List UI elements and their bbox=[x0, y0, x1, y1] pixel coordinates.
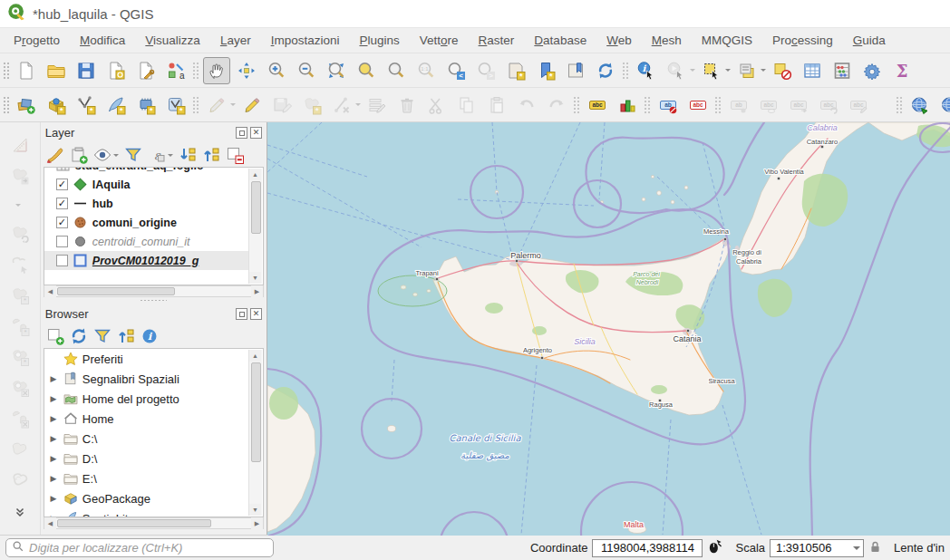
layer-tree-hscroll-thumb[interactable] bbox=[57, 287, 175, 295]
menu-impostazioni[interactable]: Impostazioni bbox=[261, 30, 350, 51]
zoom-in-button[interactable] bbox=[263, 57, 290, 84]
label-settings-blue-button[interactable]: ab bbox=[654, 92, 682, 119]
deselect-all-button[interactable] bbox=[769, 57, 796, 84]
layer-properties-button[interactable]: i bbox=[139, 325, 160, 347]
select-features-dropdown[interactable] bbox=[723, 57, 732, 84]
layer-item-comuni_origine[interactable]: ✓comuni_origine bbox=[44, 213, 248, 232]
menu-visualizza[interactable]: Visualizza bbox=[135, 30, 210, 51]
collapse-all-button[interactable] bbox=[200, 144, 222, 166]
layer-item-hub[interactable]: ✓hub bbox=[44, 194, 248, 213]
layer-labeling-options-button[interactable]: abc bbox=[584, 92, 611, 119]
expand-all-button[interactable] bbox=[177, 144, 199, 166]
filter-by-expression-dropdown[interactable] bbox=[167, 141, 175, 169]
locator-search-input[interactable]: Digita per localizzare (Ctrl+K) bbox=[5, 538, 274, 557]
layer-diagram-options-button[interactable] bbox=[614, 92, 641, 119]
browser-panel-float-button[interactable] bbox=[236, 308, 247, 320]
map-canvas[interactable]: CalabriaCatanzaroVibo ValentiaMessinaReg… bbox=[267, 122, 950, 535]
layer-item-lAquila[interactable]: ✓lAquila bbox=[44, 175, 248, 194]
browser-item-segnalibrispaziali[interactable]: ▶Segnalibri Spaziali bbox=[44, 369, 248, 389]
menu-guida[interactable]: Guida bbox=[843, 30, 896, 51]
show-spatial-bookmarks-button[interactable]: * bbox=[532, 57, 559, 84]
menu-mesh[interactable]: Mesh bbox=[642, 30, 692, 51]
filter-by-expression-button[interactable]: ε bbox=[146, 144, 168, 166]
add-selected-layers-button[interactable] bbox=[44, 325, 66, 347]
toggle-extents-icon[interactable] bbox=[707, 538, 723, 557]
style-manager-button[interactable]: a bbox=[162, 57, 189, 84]
menu-database[interactable]: Database bbox=[524, 30, 596, 51]
browser-tree-hscrollbar[interactable]: ◀ ▶ bbox=[44, 517, 264, 529]
browser-item-d[interactable]: ▶D:\ bbox=[44, 449, 248, 468]
scroll-down-icon[interactable]: ▼ bbox=[249, 272, 261, 284]
layout-manager-button[interactable] bbox=[132, 57, 160, 84]
zoom-last-button[interactable]: < bbox=[442, 57, 470, 84]
new-spatialite-layer-button[interactable]: * bbox=[102, 92, 130, 119]
statistical-summary-button[interactable]: Σ bbox=[888, 57, 916, 84]
bookmark-manager-button[interactable] bbox=[562, 57, 589, 84]
identify-features-button[interactable]: i bbox=[633, 57, 660, 84]
browser-item-home[interactable]: ▶Home bbox=[44, 409, 248, 429]
browser-item-spatialite[interactable]: ▶SpatiaLite bbox=[44, 508, 248, 517]
toolbar-grip[interactable] bbox=[2, 95, 9, 115]
layer-tree-vscroll-thumb[interactable] bbox=[251, 181, 261, 234]
layer-checkbox[interactable]: ✓ bbox=[56, 179, 68, 190]
scroll-up-icon[interactable]: ▲ bbox=[249, 169, 261, 180]
menu-mmqgis[interactable]: MMQGIS bbox=[692, 30, 762, 51]
scroll-up-icon[interactable]: ▲ bbox=[249, 350, 261, 362]
project-open-button[interactable] bbox=[43, 57, 70, 84]
toggle-editing-button[interactable] bbox=[238, 92, 266, 119]
layer-item-centroidi_comuni_it[interactable]: centroidi_comuni_it bbox=[44, 232, 248, 251]
menu-plugins[interactable]: Plugins bbox=[349, 30, 409, 51]
remove-layer-button[interactable] bbox=[224, 144, 246, 166]
scale-combobox[interactable]: 1:3910506 bbox=[770, 539, 864, 557]
new-print-layout-button[interactable] bbox=[102, 57, 130, 84]
filter-browser-button[interactable] bbox=[92, 325, 113, 347]
menu-vettore[interactable]: Vettore bbox=[410, 30, 469, 51]
pan-to-selection-button[interactable] bbox=[233, 57, 260, 84]
new-virtual-layer-button[interactable]: * bbox=[132, 92, 160, 119]
refresh-map-button[interactable] bbox=[592, 57, 619, 84]
menu-raster[interactable]: Raster bbox=[469, 30, 525, 51]
open-attribute-table-button[interactable] bbox=[799, 57, 826, 84]
expander-icon[interactable]: ▶ bbox=[48, 414, 59, 423]
layer-checkbox[interactable]: ✓ bbox=[56, 217, 68, 228]
zoom-out-button[interactable] bbox=[293, 57, 320, 84]
layer-item-stud_entranti_aq_foglio[interactable]: stud_entranti_aq_foglio bbox=[44, 168, 248, 175]
select-features-button[interactable] bbox=[698, 57, 725, 84]
browser-item-e[interactable]: ▶E:\ bbox=[44, 468, 248, 488]
scroll-left-icon[interactable]: ◀ bbox=[44, 285, 56, 297]
layer-item-ProvCM01012019_g[interactable]: ProvCM01012019_g bbox=[44, 251, 248, 270]
scroll-left-icon[interactable]: ◀ bbox=[44, 517, 56, 529]
layer-panel-float-button[interactable] bbox=[236, 127, 247, 139]
scroll-right-icon[interactable]: ▶ bbox=[251, 285, 263, 297]
metasearch-button[interactable] bbox=[906, 92, 933, 119]
layer-checkbox[interactable]: ✓ bbox=[56, 198, 68, 209]
scroll-right-icon[interactable]: ▶ bbox=[251, 517, 263, 529]
zoom-to-selection-button[interactable] bbox=[353, 57, 380, 84]
manage-map-themes-button[interactable] bbox=[92, 144, 113, 166]
new-shapefile-layer-button[interactable]: * bbox=[73, 92, 100, 119]
browser-tree-hscroll-thumb[interactable] bbox=[57, 519, 211, 527]
menu-layer[interactable]: Layer bbox=[210, 30, 261, 51]
expander-icon[interactable]: ▶ bbox=[48, 454, 59, 463]
browser-tree-vscroll-thumb[interactable] bbox=[251, 362, 261, 462]
expander-icon[interactable]: ▶ bbox=[48, 474, 59, 483]
expander-icon[interactable]: ▶ bbox=[48, 394, 59, 403]
browser-item-preferiti[interactable]: Preferiti bbox=[44, 349, 248, 369]
layer-tree-vscrollbar[interactable]: ▲ ▼ bbox=[248, 169, 262, 284]
new-temporary-scratch-layer-button[interactable]: * bbox=[162, 92, 189, 119]
menu-progetto[interactable]: Progetto bbox=[4, 30, 70, 51]
data-source-manager-button[interactable] bbox=[13, 92, 40, 119]
menu-web[interactable]: Web bbox=[596, 30, 642, 51]
layer-checkbox[interactable] bbox=[56, 236, 68, 247]
more-chevron-button[interactable] bbox=[5, 497, 34, 526]
filter-legend-button[interactable] bbox=[122, 144, 144, 166]
project-new-button[interactable] bbox=[13, 57, 40, 84]
processing-toolbox-button[interactable] bbox=[858, 57, 886, 84]
layer-checkbox[interactable] bbox=[56, 255, 68, 266]
browser-tree-vscrollbar[interactable]: ▲ ▼ bbox=[248, 350, 262, 516]
scroll-down-icon[interactable]: ▼ bbox=[249, 504, 261, 516]
pan-map-button[interactable] bbox=[203, 57, 230, 84]
browser-panel-close-button[interactable]: ✕ bbox=[250, 308, 262, 320]
add-group-button[interactable] bbox=[68, 144, 90, 166]
rule-based-labeling-button[interactable]: abc bbox=[684, 92, 712, 119]
